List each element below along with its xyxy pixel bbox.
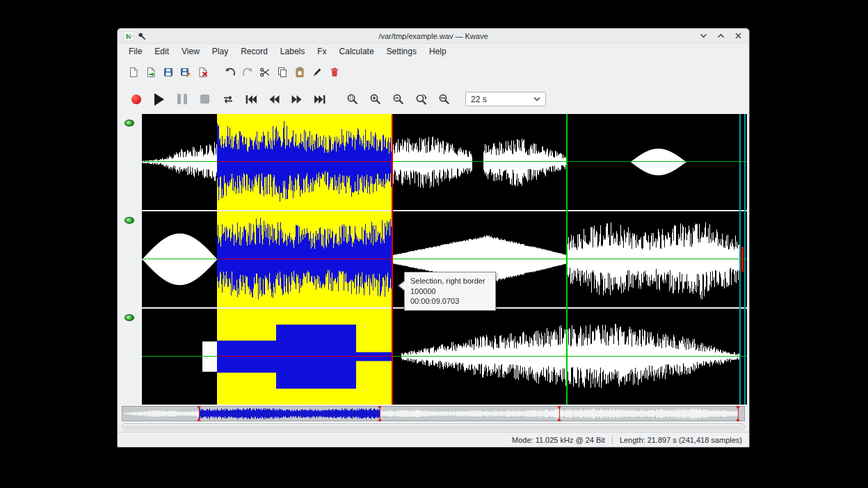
menu-file[interactable]: File xyxy=(122,45,148,58)
zoom-in-icon xyxy=(369,93,382,105)
pin-icon[interactable] xyxy=(138,32,146,40)
selection-tooltip: Selection, right border 100000 00:00:09.… xyxy=(404,272,496,311)
open-file-button[interactable] xyxy=(142,63,159,81)
forward-button[interactable] xyxy=(285,89,308,110)
menu-help[interactable]: Help xyxy=(423,45,453,58)
track-1-enable-led[interactable] xyxy=(124,120,134,127)
window-title: /var/tmp/example.wav — Kwave xyxy=(187,32,680,40)
horizontal-scrollbar[interactable] xyxy=(122,423,745,430)
zoom-out-icon xyxy=(392,93,405,105)
loop-button[interactable] xyxy=(216,89,239,110)
save-as-button[interactable] xyxy=(177,63,194,81)
file-toolbar xyxy=(118,59,749,85)
status-length: Length: 21.897 s (241,418 samples) xyxy=(620,436,742,444)
signal-area: Selection, right border 100000 00:00:09.… xyxy=(118,113,749,405)
zoom-selection-icon xyxy=(346,93,359,105)
pause-icon xyxy=(177,94,187,104)
tooltip-samples: 100000 xyxy=(410,286,490,297)
scrollbar-handle[interactable] xyxy=(123,425,744,429)
pause-button[interactable] xyxy=(170,89,193,110)
transport-toolbar: 22 s xyxy=(118,85,749,113)
tooltip-time: 00:00:09.0703 xyxy=(410,296,490,307)
menu-labels[interactable]: Labels xyxy=(274,45,311,58)
kwave-app-icon: K xyxy=(124,31,134,41)
label-marker-line[interactable] xyxy=(566,114,568,405)
menu-play[interactable]: Play xyxy=(206,45,234,58)
record-icon xyxy=(131,95,141,104)
close-button[interactable] xyxy=(734,31,743,40)
copy-button[interactable] xyxy=(273,63,291,81)
draw-pen-button[interactable] xyxy=(308,63,326,81)
zoom-combobox-value: 22 s xyxy=(471,95,531,104)
track-control-strip xyxy=(118,114,142,405)
zoom-normal-icon xyxy=(415,93,428,105)
cursor-line xyxy=(739,114,741,405)
waveform-track-3[interactable] xyxy=(142,309,747,405)
titlebar[interactable]: K /var/tmp/example.wav — Kwave xyxy=(118,29,749,44)
zoom-in-button[interactable] xyxy=(364,89,387,110)
skip-to-end-button[interactable] xyxy=(308,89,331,110)
save-file-button[interactable] xyxy=(159,63,177,81)
menu-edit[interactable]: Edit xyxy=(148,45,175,58)
paste-button[interactable] xyxy=(291,63,308,81)
skip-to-start-button[interactable] xyxy=(239,89,262,110)
menu-view[interactable]: View xyxy=(175,45,206,58)
new-file-button[interactable] xyxy=(124,63,142,81)
menu-settings[interactable]: Settings xyxy=(380,45,423,58)
status-mode: Mode: 11.025 kHz @ 24 Bit xyxy=(512,436,605,444)
statusbar: Mode: 11.025 kHz @ 24 Bit Length: 21.897… xyxy=(118,432,749,447)
menu-calculate[interactable]: Calculate xyxy=(333,45,380,58)
menubar: File Edit View Play Record Labels Fx Cal… xyxy=(118,44,749,59)
selection-right-border-line[interactable] xyxy=(392,114,393,405)
cut-button[interactable] xyxy=(256,63,273,81)
rewind-icon xyxy=(268,94,280,105)
delete-trash-button[interactable] xyxy=(326,63,343,81)
kwave-window: K /var/tmp/example.wav — Kwave File Edit… xyxy=(117,28,750,448)
undo-button[interactable] xyxy=(221,63,239,81)
redo-button[interactable] xyxy=(239,63,256,81)
skip-to-start-icon xyxy=(245,94,257,105)
menu-record[interactable]: Record xyxy=(234,45,274,58)
track-2-enable-led[interactable] xyxy=(124,217,134,224)
overview-canvas[interactable] xyxy=(122,406,745,421)
minimize-button[interactable] xyxy=(699,31,708,40)
track-stack: Selection, right border 100000 00:00:09.… xyxy=(142,114,747,405)
overview-strip xyxy=(122,406,745,421)
zoom-combobox[interactable]: 22 s xyxy=(465,92,546,106)
chevron-down-icon xyxy=(533,97,540,101)
end-of-file-line xyxy=(744,114,746,405)
play-icon xyxy=(154,93,164,106)
forward-icon xyxy=(291,94,303,105)
tooltip-title: Selection, right border xyxy=(410,276,490,286)
rewind-button[interactable] xyxy=(262,89,285,110)
menu-fx[interactable]: Fx xyxy=(311,45,332,58)
status-separator xyxy=(612,435,613,444)
waveform-track-1[interactable] xyxy=(142,114,747,210)
stop-button[interactable] xyxy=(193,89,216,110)
zoom-all-button[interactable] xyxy=(433,89,456,110)
maximize-button[interactable] xyxy=(716,31,725,40)
zoom-out-button[interactable] xyxy=(387,89,410,110)
zoom-all-icon xyxy=(438,93,451,105)
close-file-button[interactable] xyxy=(194,63,211,81)
stop-icon xyxy=(200,95,209,104)
track-3-enable-led[interactable] xyxy=(124,314,134,321)
play-button[interactable] xyxy=(147,89,170,110)
loop-icon xyxy=(222,94,234,105)
zoom-normal-button[interactable] xyxy=(410,89,433,110)
zoom-selection-button[interactable] xyxy=(341,89,364,110)
skip-to-end-icon xyxy=(314,94,326,105)
record-button[interactable] xyxy=(124,89,147,110)
